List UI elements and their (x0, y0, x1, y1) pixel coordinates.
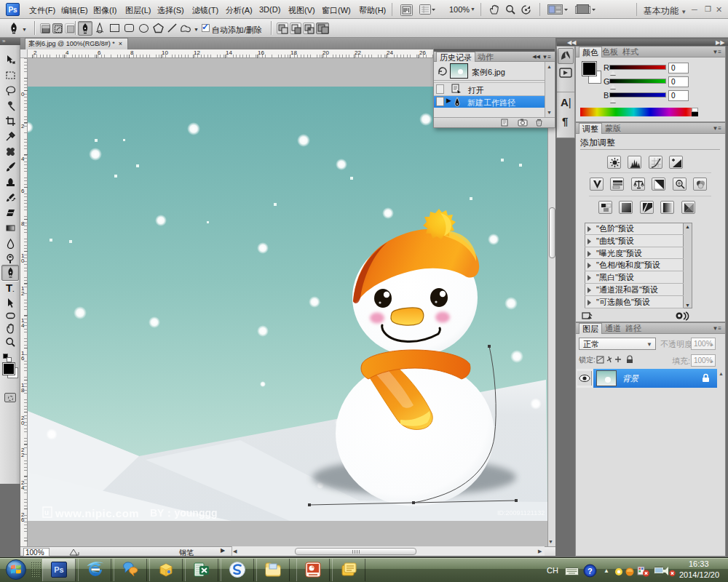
svg-text:BY：younggg: BY：younggg (150, 507, 218, 519)
svg-text:u: u (44, 509, 49, 517)
svg-text:www.nipic.com: www.nipic.com (55, 507, 139, 519)
svg-text:ID:20091121132: ID:20091121132 (497, 509, 545, 517)
svg-text:?: ? (587, 567, 593, 575)
